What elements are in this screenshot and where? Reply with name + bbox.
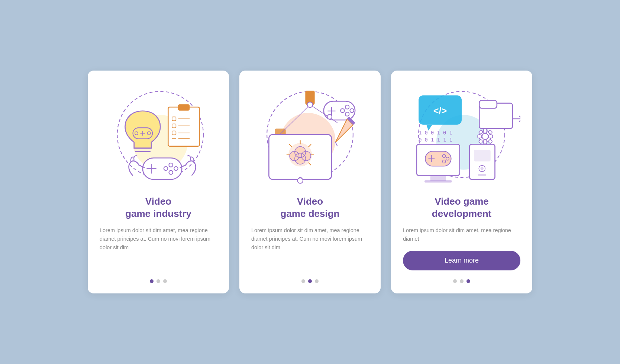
svg-text:0 0 1 1 1 1: 0 0 1 1 1 1 bbox=[419, 136, 452, 142]
card-industry: Video game industry Lorem ipsum dolor si… bbox=[88, 71, 229, 294]
card-design-dots bbox=[301, 279, 319, 283]
card-design-text: Lorem ipsum dolor sit dim amet, mea regi… bbox=[251, 226, 369, 270]
svg-rect-81 bbox=[430, 175, 446, 181]
card-design-title: Video game design bbox=[281, 195, 340, 221]
svg-text:</>: </> bbox=[433, 105, 447, 116]
svg-point-59 bbox=[297, 178, 303, 183]
dot-2 bbox=[460, 279, 464, 283]
dot-1 bbox=[301, 279, 305, 283]
card-design: Video game design Lorem ipsum dolor sit … bbox=[239, 71, 381, 294]
cards-container: Video game industry Lorem ipsum dolor si… bbox=[73, 56, 547, 309]
svg-rect-66 bbox=[479, 100, 497, 108]
svg-text:1 0 0 1 0 1: 1 0 0 1 0 1 bbox=[419, 130, 452, 136]
svg-line-35 bbox=[335, 142, 337, 146]
card-development-title: Video game development bbox=[432, 195, 491, 221]
dot-3 bbox=[163, 279, 167, 283]
dot-2 bbox=[156, 279, 160, 283]
svg-rect-73 bbox=[489, 135, 493, 138]
card-development-dots bbox=[453, 279, 470, 283]
svg-rect-71 bbox=[484, 140, 487, 144]
svg-point-40 bbox=[307, 102, 313, 107]
svg-point-92 bbox=[481, 167, 484, 170]
card-development: </> bbox=[391, 71, 532, 294]
svg-rect-70 bbox=[484, 129, 487, 133]
dot-3 bbox=[466, 279, 470, 283]
dot-3 bbox=[315, 279, 319, 283]
learn-more-button[interactable]: Learn more bbox=[403, 251, 520, 270]
svg-rect-9 bbox=[168, 107, 199, 146]
svg-point-41 bbox=[327, 114, 332, 119]
card-industry-dots bbox=[150, 279, 167, 283]
svg-rect-82 bbox=[424, 180, 452, 182]
card-illustration-design bbox=[251, 82, 369, 186]
card-development-text: Lorem ipsum dolor sit dim amet, mea regi… bbox=[403, 226, 520, 243]
card-industry-text: Lorem ipsum dolor sit dim amet, mea regi… bbox=[100, 226, 217, 270]
svg-rect-90 bbox=[474, 150, 490, 161]
dot-1 bbox=[150, 279, 154, 283]
dot-1 bbox=[453, 279, 457, 283]
card-industry-title: Video game industry bbox=[125, 195, 191, 221]
card-illustration-development: </> bbox=[403, 82, 520, 186]
svg-rect-72 bbox=[478, 135, 482, 138]
dot-2 bbox=[308, 279, 312, 283]
card-illustration-industry bbox=[100, 82, 217, 186]
svg-rect-93 bbox=[478, 174, 486, 176]
svg-rect-10 bbox=[178, 104, 190, 110]
